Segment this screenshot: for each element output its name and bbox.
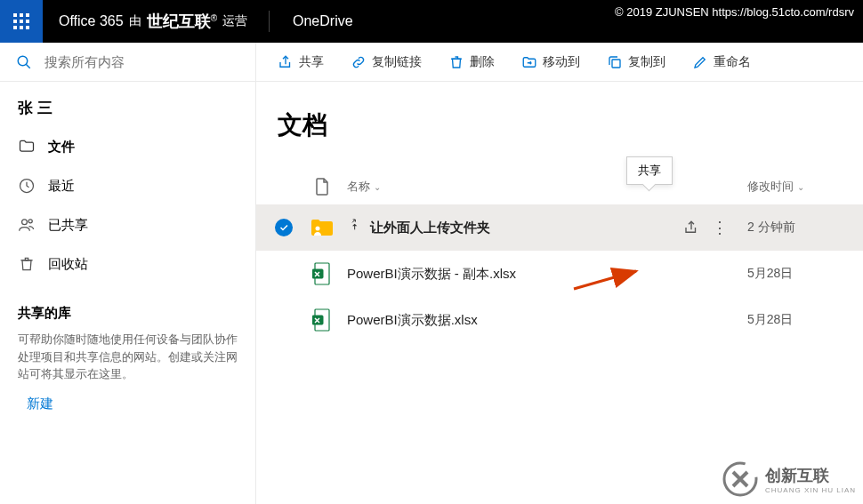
col-name-header[interactable]: 名称⌄ <box>347 179 658 195</box>
o365-label: Office 365 <box>59 13 124 29</box>
excel-icon <box>312 262 332 285</box>
svg-rect-5 <box>26 20 29 23</box>
svg-rect-6 <box>13 26 17 29</box>
col-modtime-header[interactable]: 修改时间⌄ <box>747 179 863 195</box>
watermark-text: © 2019 ZJUNSEN https://blog.51cto.com/rd… <box>615 5 854 19</box>
moveto-icon <box>521 54 537 70</box>
svg-rect-14 <box>612 60 620 68</box>
page-title: 文档 <box>256 108 863 142</box>
trash-icon <box>448 54 464 70</box>
footer-sub: CHUANG XIN HU LIAN <box>765 486 856 494</box>
cmd-rename[interactable]: 重命名 <box>683 47 760 77</box>
share-tooltip: 共享 <box>626 156 673 185</box>
cmd-delete[interactable]: 删除 <box>440 47 504 77</box>
clock-icon <box>18 177 36 195</box>
company-name: 世纪互联® <box>147 11 217 32</box>
check-icon <box>278 222 289 233</box>
svg-line-10 <box>26 64 30 68</box>
row-name: PowerBI演示数据.xlsx <box>347 312 478 329</box>
svg-point-15 <box>316 227 320 231</box>
suffix-label: 运营 <box>222 13 247 29</box>
nav-recycle[interactable]: 回收站 <box>0 244 255 284</box>
user-name: 张 三 <box>0 94 255 127</box>
nav-recent-label: 最近 <box>48 178 75 195</box>
svg-rect-0 <box>13 13 17 17</box>
cmd-copylink[interactable]: 复制链接 <box>342 47 431 77</box>
share-icon <box>278 54 294 70</box>
row-more-button[interactable]: ⋮ <box>712 218 730 237</box>
footer-brand: 创新互联 <box>765 467 829 484</box>
cmd-copyto-label: 复制到 <box>628 54 665 70</box>
chevron-down-icon: ⌄ <box>374 182 381 192</box>
row-share-icon[interactable] <box>683 220 699 236</box>
shared-libs-desc: 可帮助你随时随地使用任何设备与团队协作处理项目和共享信息的网站。创建或关注网站可… <box>18 331 238 383</box>
cmd-delete-label: 删除 <box>470 54 495 70</box>
svg-rect-7 <box>20 26 23 29</box>
search-input[interactable] <box>44 54 239 69</box>
footer-watermark: 创新互联 CHUANG XIN HU LIAN <box>722 461 856 497</box>
row-name: PowerBI演示数据 - 副本.xlsx <box>347 266 516 283</box>
row-checkbox[interactable] <box>275 219 293 236</box>
svg-point-12 <box>22 220 28 225</box>
copyto-icon <box>607 54 623 70</box>
people-icon <box>18 216 36 234</box>
header-divider <box>269 11 270 32</box>
by-label: 由 <box>129 13 141 29</box>
file-row[interactable]: PowerBI演示数据 - 副本.xlsx 5月28日 <box>256 251 863 297</box>
folder-icon <box>18 138 36 156</box>
file-row[interactable]: PowerBI演示数据.xlsx 5月28日 <box>256 297 863 343</box>
file-row[interactable]: 让外面人上传文件夹 ⋮ 2 分钟前 <box>256 204 863 251</box>
content-area: 共享 复制链接 删除 移动到 复制到 重命名 <box>256 43 863 504</box>
svg-rect-2 <box>26 13 29 17</box>
link-icon <box>351 54 367 70</box>
nav-shared-label: 已共享 <box>48 217 88 234</box>
nav-files[interactable]: 文件 <box>0 127 255 166</box>
list-header: 名称⌄ 修改时间⌄ 共享 <box>256 169 863 204</box>
cmd-moveto[interactable]: 移动到 <box>512 47 589 77</box>
app-name[interactable]: OneDrive <box>275 13 371 29</box>
svg-rect-8 <box>26 26 29 29</box>
search-box[interactable] <box>0 43 255 82</box>
command-bar: 共享 复制链接 删除 移动到 复制到 重命名 <box>256 43 863 82</box>
nav-recent[interactable]: 最近 <box>0 166 255 205</box>
svg-rect-3 <box>13 20 17 23</box>
shared-libs-title: 共享的库 <box>18 305 238 322</box>
sidebar: 张 三 文件 最近 已共享 回收站 共享的库 可帮助你随时随地使用任何设备与团队… <box>0 43 256 504</box>
cmd-share-label: 共享 <box>299 54 324 70</box>
app-launcher-button[interactable] <box>0 0 43 43</box>
cmd-share[interactable]: 共享 <box>269 47 333 77</box>
shared-libs-section: 共享的库 可帮助你随时随地使用任何设备与团队协作处理项目和共享信息的网站。创建或… <box>0 305 255 383</box>
nav-recycle-label: 回收站 <box>48 256 88 273</box>
pencil-icon <box>692 54 708 70</box>
nav-files-label: 文件 <box>48 139 75 156</box>
nav-shared[interactable]: 已共享 <box>0 205 255 244</box>
cursor-icon <box>347 218 361 232</box>
col-type-header[interactable] <box>297 178 347 196</box>
cmd-copylink-label: 复制链接 <box>372 54 422 70</box>
row-modified: 5月28日 <box>747 266 863 282</box>
cx-logo-icon <box>722 461 758 497</box>
search-icon <box>16 54 32 70</box>
new-library-button[interactable]: 新建 <box>0 396 255 412</box>
svg-point-13 <box>28 220 32 223</box>
svg-point-9 <box>18 56 28 66</box>
chevron-down-icon: ⌄ <box>797 182 804 192</box>
excel-icon <box>312 308 332 332</box>
cmd-copyto[interactable]: 复制到 <box>598 47 674 77</box>
row-modified: 2 分钟前 <box>747 220 863 236</box>
waffle-icon <box>13 13 29 29</box>
row-modified: 5月28日 <box>747 312 863 328</box>
svg-rect-4 <box>20 20 23 23</box>
cmd-rename-label: 重命名 <box>714 54 751 70</box>
svg-rect-1 <box>20 13 23 17</box>
brand-block: Office 365 由 世纪互联® 运营 <box>43 11 263 32</box>
recycle-icon <box>18 255 36 273</box>
cmd-moveto-label: 移动到 <box>543 54 580 70</box>
row-name: 让外面人上传文件夹 <box>370 220 490 236</box>
shared-folder-icon <box>310 218 335 237</box>
